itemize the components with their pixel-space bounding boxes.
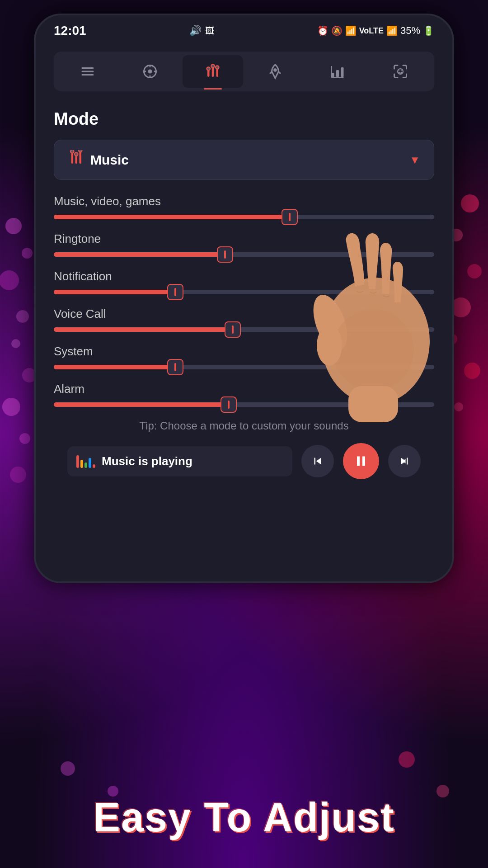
- slider-notification-track[interactable]: [54, 290, 434, 294]
- svg-rect-22: [82, 74, 94, 75]
- slider-ringtone-label: Ringtone: [54, 232, 434, 246]
- svg-point-2: [0, 270, 19, 290]
- equalizer-animation: [76, 454, 95, 468]
- status-bar: 12:01 🔊 🖼 ⏰ 🔕 📶 VoLTE 📶 35% 🔋: [36, 15, 452, 42]
- svg-rect-45: [75, 156, 78, 164]
- play-pause-button[interactable]: [343, 443, 379, 479]
- tip-text: Tip: Choose a mode to custom your sounds: [54, 420, 434, 432]
- svg-point-18: [399, 751, 415, 768]
- signal-icon: 📶: [386, 25, 398, 36]
- now-playing-text: Music is playing: [102, 454, 192, 468]
- wifi-icon: 📶: [345, 25, 357, 36]
- mode-selector[interactable]: Music ▼: [54, 140, 434, 180]
- slider-system: System: [54, 344, 434, 369]
- slider-notification-label: Notification: [54, 269, 434, 283]
- alarm-icon: ⏰: [317, 25, 328, 36]
- svg-point-7: [19, 433, 30, 444]
- svg-point-35: [273, 68, 277, 72]
- battery-percent: 35%: [400, 25, 420, 37]
- mode-label-group: Music: [68, 150, 129, 170]
- now-playing-panel[interactable]: Music is playing: [67, 446, 292, 476]
- svg-point-42: [399, 70, 399, 71]
- svg-point-33: [211, 64, 215, 68]
- svg-point-14: [464, 363, 480, 379]
- slider-music-track[interactable]: [54, 215, 434, 219]
- svg-rect-21: [82, 71, 94, 72]
- svg-point-11: [467, 264, 482, 278]
- slider-notification: Notification: [54, 269, 434, 294]
- tab-rocket[interactable]: [245, 55, 305, 88]
- svg-rect-20: [82, 67, 94, 69]
- status-icons-left: 🔊 🖼: [189, 25, 214, 37]
- svg-point-34: [216, 66, 219, 69]
- svg-point-16: [61, 761, 75, 776]
- eq-bar-3: [84, 462, 87, 468]
- svg-point-15: [454, 402, 463, 411]
- svg-point-9: [461, 194, 479, 212]
- slider-alarm-thumb[interactable]: [221, 396, 237, 413]
- svg-point-48: [75, 152, 78, 156]
- mode-icon: [68, 150, 84, 170]
- status-icons-right: ⏰ 🔕 📶 VoLTE 📶 35% 🔋: [317, 25, 434, 37]
- slider-system-thumb[interactable]: [167, 359, 183, 375]
- svg-point-4: [11, 339, 20, 348]
- status-time: 12:01: [54, 24, 86, 38]
- slider-voicecall-track[interactable]: [54, 327, 434, 332]
- slider-music-thumb[interactable]: [282, 209, 298, 225]
- nav-tabs: [54, 52, 434, 91]
- slider-notification-thumb[interactable]: [167, 284, 183, 300]
- slider-music: Music, video, games: [54, 194, 434, 219]
- svg-point-6: [2, 398, 20, 416]
- svg-point-8: [10, 467, 26, 483]
- slider-music-fill: [54, 215, 290, 219]
- phone-frame: 12:01 🔊 🖼 ⏰ 🔕 📶 VoLTE 📶 35% 🔋: [34, 14, 454, 583]
- svg-point-49: [79, 150, 82, 152]
- slider-voicecall: Voice Call: [54, 307, 434, 332]
- svg-point-0: [5, 218, 22, 234]
- svg-point-32: [206, 67, 210, 71]
- tab-face-scan[interactable]: [370, 55, 431, 88]
- svg-rect-44: [71, 153, 74, 164]
- slider-system-track[interactable]: [54, 365, 434, 369]
- tab-equalizer[interactable]: [183, 55, 243, 88]
- svg-rect-29: [207, 70, 210, 77]
- tab-chart[interactable]: [307, 55, 368, 88]
- photo-icon: 🖼: [205, 26, 214, 36]
- eq-bar-1: [76, 455, 79, 468]
- eq-bar-4: [89, 458, 91, 468]
- slider-alarm-label: Alarm: [54, 382, 434, 396]
- tagline: Easy To Adjust: [0, 794, 488, 841]
- slider-music-label: Music, video, games: [54, 194, 434, 208]
- svg-point-47: [70, 150, 74, 153]
- slider-ringtone: Ringtone: [54, 232, 434, 257]
- dropdown-arrow-icon[interactable]: ▼: [409, 154, 420, 166]
- slider-system-label: System: [54, 344, 434, 359]
- svg-point-24: [148, 70, 152, 74]
- svg-point-43: [401, 70, 402, 71]
- svg-rect-38: [341, 67, 344, 77]
- section-title: Mode: [54, 109, 434, 129]
- slider-alarm-track[interactable]: [54, 402, 434, 407]
- tab-menu[interactable]: [57, 55, 118, 88]
- slider-ringtone-fill: [54, 252, 225, 257]
- tagline-text: Easy To Adjust: [93, 795, 395, 840]
- slider-voicecall-label: Voice Call: [54, 307, 434, 321]
- tab-music-note[interactable]: [120, 55, 180, 88]
- svg-rect-46: [80, 151, 82, 164]
- eq-bar-5: [93, 464, 95, 468]
- slider-alarm-fill: [54, 402, 229, 407]
- volume-icon: 🔊: [189, 25, 202, 37]
- mute-icon: 🔕: [331, 25, 343, 36]
- svg-rect-31: [216, 69, 218, 77]
- slider-ringtone-track[interactable]: [54, 252, 434, 257]
- eq-bar-2: [80, 460, 83, 468]
- prev-button[interactable]: [301, 445, 334, 477]
- slider-notification-fill: [54, 290, 175, 294]
- slider-alarm: Alarm: [54, 382, 434, 407]
- svg-point-1: [22, 248, 33, 259]
- next-button[interactable]: [388, 445, 421, 477]
- slider-ringtone-thumb[interactable]: [217, 246, 233, 263]
- slider-voicecall-thumb[interactable]: [225, 321, 241, 338]
- slider-voicecall-fill: [54, 327, 233, 332]
- selected-mode-text: Music: [90, 152, 129, 168]
